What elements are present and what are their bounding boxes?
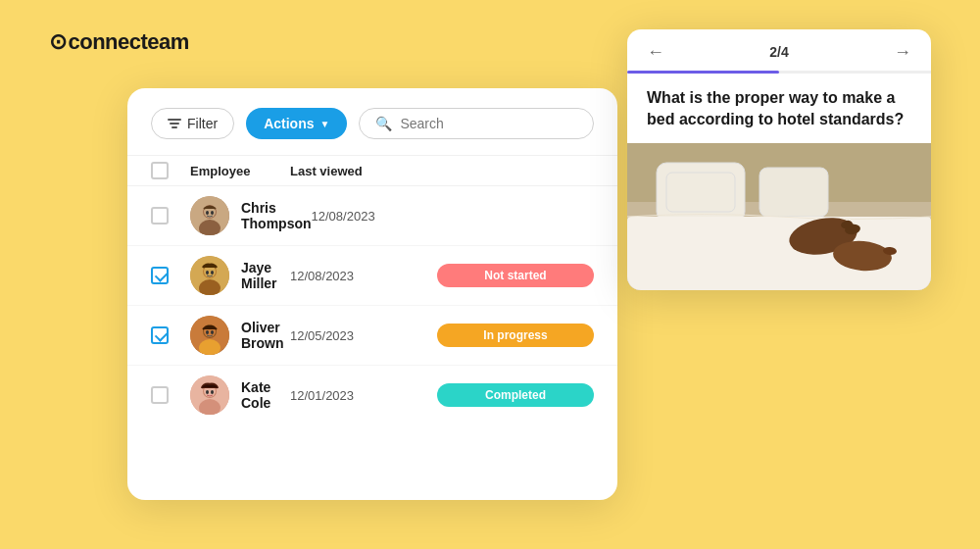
svg-point-16 bbox=[206, 330, 209, 334]
status-badge-kate: Completed bbox=[437, 383, 594, 407]
svg-point-23 bbox=[211, 390, 214, 394]
quiz-nav: ← 2/4 → bbox=[627, 29, 931, 71]
svg-point-5 bbox=[211, 211, 214, 215]
progress-bar bbox=[627, 71, 931, 74]
last-viewed-oliver: 12/05/2023 bbox=[290, 328, 437, 343]
progress-bar-fill bbox=[627, 71, 779, 74]
employee-cell-jaye: Jaye Miller bbox=[190, 256, 290, 295]
avatar-kate bbox=[190, 375, 229, 415]
quiz-image bbox=[627, 143, 931, 290]
filter-label: Filter bbox=[187, 116, 218, 131]
toolbar: Filter Actions ▼ 🔍 bbox=[127, 88, 617, 155]
svg-point-10 bbox=[206, 271, 209, 274]
last-viewed-kate: 12/01/2023 bbox=[290, 388, 437, 403]
svg-rect-28 bbox=[760, 168, 828, 217]
employee-list-card: Filter Actions ▼ 🔍 Employee Last viewed bbox=[127, 88, 617, 500]
last-viewed-chris: 12/08/2023 bbox=[312, 209, 459, 224]
status-badge-jaye: Not started bbox=[437, 264, 594, 287]
employee-name-jaye: Jaye Miller bbox=[241, 260, 290, 291]
employee-name-kate: Kate Cole bbox=[241, 379, 290, 411]
quiz-card: ← 2/4 → What is the proper way to make a… bbox=[627, 29, 931, 290]
avatar-chris bbox=[190, 196, 229, 235]
quiz-progress: 2/4 bbox=[769, 44, 788, 60]
svg-point-11 bbox=[211, 271, 214, 274]
avatar-oliver bbox=[190, 316, 229, 355]
svg-point-22 bbox=[206, 390, 209, 394]
row-checkbox-chris[interactable] bbox=[151, 207, 169, 225]
employee-cell-chris: Chris Thompson bbox=[190, 196, 312, 235]
row-checkbox-kate[interactable] bbox=[151, 386, 169, 404]
logo: ⊙ connecteam bbox=[49, 29, 189, 55]
table-header: Employee Last viewed bbox=[127, 155, 617, 186]
employee-name-chris: Chris Thompson bbox=[241, 200, 312, 231]
avatar-jaye bbox=[190, 256, 229, 295]
svg-point-17 bbox=[211, 330, 214, 334]
col-employee: Employee bbox=[190, 164, 290, 178]
bed-scene bbox=[627, 143, 931, 290]
logo-text: connecteam bbox=[69, 29, 189, 55]
row-checkbox-oliver[interactable] bbox=[151, 326, 169, 344]
actions-button[interactable]: Actions ▼ bbox=[246, 108, 347, 139]
filter-icon bbox=[168, 119, 181, 128]
col-last-viewed: Last viewed bbox=[290, 164, 437, 178]
status-badge-oliver: In progress bbox=[437, 324, 594, 347]
table-row: Chris Thompson 12/08/2023 bbox=[127, 186, 617, 246]
table-row: Oliver Brown 12/05/2023 In progress bbox=[127, 306, 617, 366]
logo-icon: ⊙ bbox=[49, 29, 67, 55]
quiz-next-button[interactable]: → bbox=[894, 43, 911, 61]
actions-caret-icon: ▼ bbox=[319, 119, 329, 129]
table-row: Kate Cole 12/01/2023 Completed bbox=[127, 366, 617, 424]
employee-cell-oliver: Oliver Brown bbox=[190, 316, 290, 355]
filter-button[interactable]: Filter bbox=[151, 108, 234, 139]
employee-cell-kate: Kate Cole bbox=[190, 375, 290, 415]
last-viewed-jaye: 12/08/2023 bbox=[290, 269, 437, 283]
actions-label: Actions bbox=[264, 116, 314, 131]
quiz-prev-button[interactable]: ← bbox=[647, 43, 664, 61]
search-box: 🔍 bbox=[359, 108, 594, 139]
select-all-checkbox[interactable] bbox=[151, 162, 169, 179]
quiz-question: What is the proper way to make a bed acc… bbox=[627, 74, 931, 143]
employee-name-oliver: Oliver Brown bbox=[241, 320, 290, 351]
row-checkbox-jaye[interactable] bbox=[151, 267, 169, 284]
search-input[interactable] bbox=[400, 116, 577, 131]
search-icon: 🔍 bbox=[375, 116, 392, 131]
table-row: Jaye Miller 12/08/2023 Not started bbox=[127, 246, 617, 306]
svg-rect-26 bbox=[657, 163, 745, 222]
svg-point-4 bbox=[206, 211, 209, 215]
